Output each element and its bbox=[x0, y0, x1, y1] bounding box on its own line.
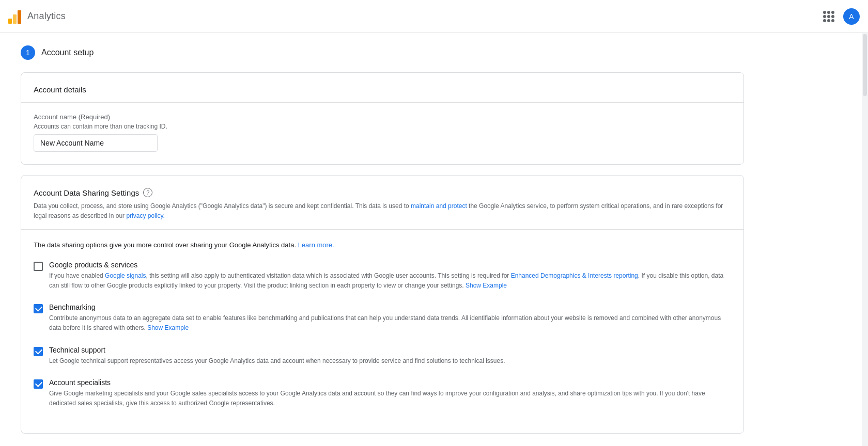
analytics-logo bbox=[8, 9, 21, 24]
desc-text-after-signals: , this setting will also apply to authen… bbox=[146, 272, 510, 279]
maintain-protect-link[interactable]: maintain and protect bbox=[411, 202, 467, 210]
header-left: Analytics bbox=[8, 9, 66, 24]
header-right: A bbox=[818, 6, 860, 27]
logo-bar-2 bbox=[13, 14, 17, 24]
google-products-label-text: Google products & services bbox=[49, 261, 137, 269]
option-google-products: Google products & services If you have e… bbox=[34, 261, 731, 291]
grid-dot bbox=[823, 11, 826, 14]
google-products-label: Google products & services bbox=[49, 261, 731, 269]
google-products-desc: If you have enabled Google signals, this… bbox=[49, 271, 731, 291]
option-technical-support: Technical support Let Google technical s… bbox=[34, 346, 731, 366]
google-products-content: Google products & services If you have e… bbox=[49, 261, 731, 291]
account-specialists-desc: Give Google marketing specialists and yo… bbox=[49, 389, 731, 408]
privacy-policy-link[interactable]: privacy policy. bbox=[126, 212, 164, 219]
grid-dot bbox=[823, 15, 826, 18]
account-specialists-checkbox[interactable] bbox=[34, 379, 43, 389]
logo-bar-1 bbox=[8, 19, 12, 24]
google-products-checkbox-wrapper bbox=[34, 262, 43, 271]
sharing-intro: The data sharing options give you more c… bbox=[34, 240, 731, 250]
grid-dot bbox=[831, 15, 834, 18]
account-details-card: Account details Account name (Required) … bbox=[21, 72, 744, 165]
data-sharing-card: Account Data Sharing Settings ? Data you… bbox=[21, 175, 744, 434]
technical-support-desc: Let Google technical support representat… bbox=[49, 356, 731, 366]
option-account-specialists: Account specialists Give Google marketin… bbox=[34, 378, 731, 408]
technical-support-content: Technical support Let Google technical s… bbox=[49, 346, 731, 366]
sharing-divider bbox=[21, 229, 743, 230]
field-hint: Accounts can contain more than one track… bbox=[34, 123, 731, 130]
grid-dot bbox=[827, 11, 830, 14]
avatar[interactable]: A bbox=[843, 8, 860, 25]
benchmarking-content: Benchmarking Contribute anonymous data t… bbox=[49, 303, 731, 333]
field-label-text: Account name bbox=[34, 113, 76, 121]
grid-dot bbox=[827, 19, 830, 22]
account-name-input[interactable] bbox=[34, 134, 158, 152]
desc-text-1: Data you collect, process, and store usi… bbox=[34, 202, 411, 210]
section-header-row: Account Data Sharing Settings ? bbox=[34, 188, 731, 197]
benchmarking-checkbox-wrapper bbox=[34, 304, 43, 313]
account-details-title: Account details bbox=[34, 85, 731, 94]
show-example-google-products[interactable]: Show Example bbox=[466, 282, 507, 289]
header: Analytics A bbox=[0, 0, 868, 33]
main-content: 1 Account setup Account details Account … bbox=[0, 33, 765, 446]
intro-text: The data sharing options give you more c… bbox=[34, 241, 298, 249]
account-specialists-content: Account specialists Give Google marketin… bbox=[49, 378, 731, 408]
account-specialists-label: Account specialists bbox=[49, 378, 731, 387]
grid-icon bbox=[823, 11, 834, 22]
scrollbar-thumb[interactable] bbox=[863, 34, 867, 96]
info-icon[interactable]: ? bbox=[143, 188, 152, 197]
app-title: Analytics bbox=[27, 11, 66, 22]
logo-bar-3 bbox=[18, 10, 21, 24]
grid-dot bbox=[831, 11, 834, 14]
step-badge: 1 bbox=[21, 45, 35, 60]
field-required: (Required) bbox=[79, 113, 110, 121]
google-products-checkbox[interactable] bbox=[34, 262, 43, 271]
technical-support-checkbox[interactable] bbox=[34, 347, 43, 356]
grid-dot bbox=[823, 19, 826, 22]
benchmarking-checkbox[interactable] bbox=[34, 304, 43, 313]
demographics-link[interactable]: Enhanced Demographics & Interests report… bbox=[511, 272, 638, 279]
benchmarking-label: Benchmarking bbox=[49, 303, 731, 311]
account-name-label: Account name (Required) bbox=[34, 113, 731, 121]
show-example-benchmarking[interactable]: Show Example bbox=[147, 324, 189, 331]
desc-text-before-signals: If you have enabled bbox=[49, 272, 105, 279]
google-signals-link[interactable]: Google signals bbox=[105, 272, 146, 279]
learn-more-link[interactable]: Learn more. bbox=[298, 241, 334, 249]
account-specialists-checkbox-wrapper bbox=[34, 379, 43, 389]
technical-support-checkbox-wrapper bbox=[34, 347, 43, 356]
step-title: Account setup bbox=[41, 48, 94, 57]
scrollbar-track bbox=[862, 0, 868, 446]
step-header: 1 Account setup bbox=[21, 45, 744, 60]
technical-support-label: Technical support bbox=[49, 346, 731, 354]
option-benchmarking: Benchmarking Contribute anonymous data t… bbox=[34, 303, 731, 333]
grid-dot bbox=[831, 19, 834, 22]
google-apps-button[interactable] bbox=[818, 6, 839, 27]
data-sharing-description: Data you collect, process, and store usi… bbox=[34, 201, 731, 221]
grid-dot bbox=[827, 15, 830, 18]
data-sharing-title: Account Data Sharing Settings bbox=[34, 188, 139, 197]
card-divider bbox=[21, 102, 743, 103]
benchmarking-desc: Contribute anonymous data to an aggregat… bbox=[49, 313, 731, 333]
